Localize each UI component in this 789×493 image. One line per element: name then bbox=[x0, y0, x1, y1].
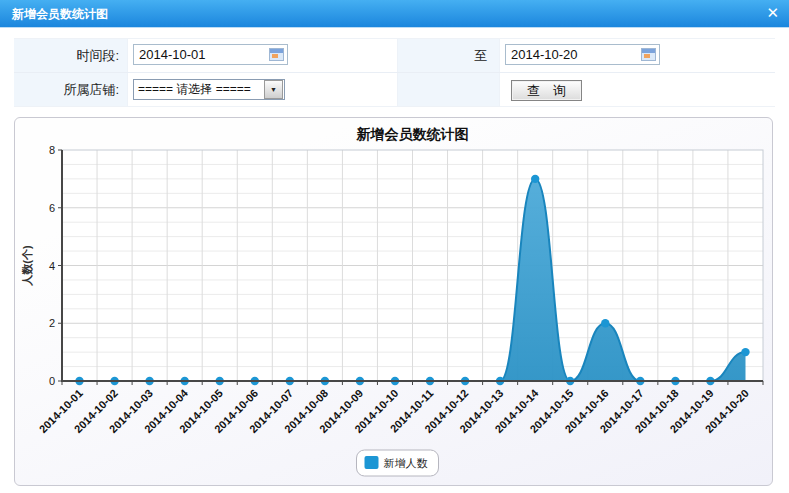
query-button[interactable]: 查 询 bbox=[511, 80, 582, 101]
calendar-icon[interactable] bbox=[641, 48, 656, 61]
legend[interactable]: 新增人数 bbox=[357, 450, 439, 476]
end-date-box[interactable] bbox=[505, 44, 660, 65]
calendar-icon[interactable] bbox=[269, 48, 284, 61]
dialog-title: 新增会员数统计图 bbox=[12, 6, 108, 23]
chevron-down-icon[interactable]: ▼ bbox=[264, 80, 283, 99]
form-row-shop: 所属店铺: ===== 请选择 ===== ▼ 查 询 bbox=[14, 73, 775, 106]
y-tick-label: 6 bbox=[49, 202, 55, 214]
query-cell: 查 询 bbox=[500, 73, 775, 106]
empty-cell bbox=[398, 73, 500, 106]
y-tick-label: 2 bbox=[49, 317, 55, 329]
start-date-cell bbox=[128, 39, 398, 72]
form-row-dates: 时间段: 至 bbox=[14, 39, 775, 73]
shop-select[interactable]: ===== 请选择 ===== ▼ bbox=[133, 79, 285, 100]
close-icon[interactable]: ✕ bbox=[766, 4, 779, 22]
time-period-label: 时间段: bbox=[14, 39, 128, 72]
y-tick-label: 4 bbox=[49, 260, 55, 272]
y-tick-label: 0 bbox=[49, 375, 55, 387]
statistics-dialog: 新增会员数统计图 ✕ 时间段: 至 所属店铺: bbox=[0, 0, 789, 493]
shop-select-value: ===== 请选择 ===== bbox=[134, 81, 251, 98]
end-date-cell bbox=[500, 39, 775, 72]
gridlines bbox=[62, 150, 763, 381]
dialog-titlebar: 新增会员数统计图 ✕ bbox=[0, 0, 789, 28]
shop-label: 所属店铺: bbox=[14, 73, 128, 106]
y-axis-label: 人数(个) bbox=[21, 245, 34, 287]
chart-panel: 024682014-10-012014-10-022014-10-032014-… bbox=[14, 117, 773, 486]
chart-canvas: 024682014-10-012014-10-022014-10-032014-… bbox=[15, 118, 772, 485]
legend-label: 新增人数 bbox=[384, 457, 428, 469]
filter-form: 时间段: 至 所属店铺: ===== 请选择 ===== ▼ bbox=[14, 38, 775, 107]
shop-select-cell: ===== 请选择 ===== ▼ bbox=[128, 73, 398, 106]
start-date-input[interactable] bbox=[134, 47, 269, 62]
chart-title: 新增会员数统计图 bbox=[356, 126, 469, 142]
data-point-marker bbox=[531, 175, 539, 183]
end-date-input[interactable] bbox=[506, 47, 641, 62]
data-point-marker bbox=[601, 319, 609, 327]
start-date-box[interactable] bbox=[133, 44, 288, 65]
legend-swatch bbox=[365, 456, 379, 469]
y-tick-label: 8 bbox=[49, 144, 55, 156]
data-point-marker bbox=[741, 348, 749, 356]
to-label: 至 bbox=[398, 39, 500, 72]
